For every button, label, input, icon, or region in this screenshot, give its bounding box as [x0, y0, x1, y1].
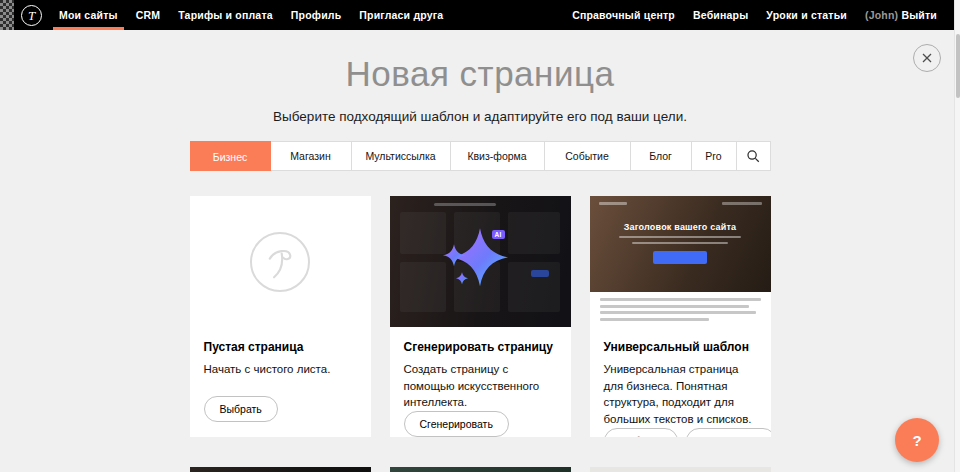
preview-universal-button[interactable]: Посмотреть [686, 428, 771, 437]
tab-blog[interactable]: Блог [631, 142, 692, 170]
nav-pricing[interactable]: Тарифы и оплата [169, 0, 282, 30]
card-actions: Выбрать Посмотреть [604, 428, 757, 437]
template-card[interactable] [590, 467, 771, 472]
tab-event[interactable]: Событие [545, 142, 631, 170]
card-title: Сгенерировать страницу [404, 340, 557, 354]
preview-hero: Заголовок вашего сайта [590, 196, 771, 292]
template-grid: Пустая страница Начать с чистого листа. … [190, 196, 771, 437]
nav-lessons[interactable]: Уроки и статьи [757, 0, 856, 30]
preview-text-line [600, 311, 756, 314]
template-card[interactable] [190, 467, 371, 472]
card-body: Сгенерировать страницу Создать страницу … [390, 327, 571, 437]
tab-multilink[interactable]: Мультиссылка [352, 142, 451, 170]
template-card-universal[interactable]: Заголовок вашего сайта Универсальный шаб… [590, 196, 771, 437]
preview-text-line [632, 242, 728, 244]
universal-template-preview: Заголовок вашего сайта [590, 196, 771, 327]
tilda-logo-letter: T [28, 9, 35, 22]
logout-label: Выйти [901, 9, 937, 21]
primary-nav: Мои сайты CRM Тарифы и оплата Профиль Пр… [50, 0, 452, 30]
preview-text-line [600, 318, 709, 321]
card-title: Пустая страница [204, 340, 357, 354]
help-icon: ? [912, 432, 921, 449]
ai-sparkle-icon [432, 214, 528, 304]
card-description: Начать с чистого листа. [204, 361, 357, 378]
preview-text-section [590, 292, 771, 327]
template-category-tabs: Бизнес Магазин Мультиссылка Квиз-форма С… [190, 141, 771, 171]
close-button[interactable] [913, 44, 941, 72]
template-card[interactable] [390, 467, 571, 472]
preview-hero-logo-line [599, 202, 627, 205]
card-body: Универсальный шаблон Универсальная стран… [590, 327, 771, 437]
preview-text-line [600, 305, 750, 308]
card-description: Универсальная страница для бизнеса. Поня… [604, 361, 757, 428]
preview-text-line [619, 236, 741, 238]
select-universal-button[interactable]: Выбрать [604, 428, 678, 437]
tab-pro[interactable]: Pro [692, 142, 737, 170]
top-navbar: T Мои сайты CRM Тарифы и оплата Профиль … [0, 0, 960, 30]
template-card-blank[interactable]: Пустая страница Начать с чистого листа. … [190, 196, 371, 437]
new-page-dialog: Новая страница Выберите подходящий шабло… [0, 30, 960, 472]
nav-profile[interactable]: Профиль [282, 0, 351, 30]
search-icon [746, 149, 761, 164]
nav-crm[interactable]: CRM [127, 0, 170, 30]
blank-page-preview [190, 196, 371, 327]
preview-text-line [600, 298, 761, 301]
nav-my-sites[interactable]: Мои сайты [50, 0, 127, 30]
ai-generate-preview: AI [390, 196, 571, 327]
select-blank-button[interactable]: Выбрать [204, 396, 278, 422]
template-preview [190, 467, 371, 472]
tab-business[interactable]: Бизнес [190, 141, 271, 171]
nav-webinars[interactable]: Вебинары [684, 0, 757, 30]
corner-pattern [0, 0, 14, 30]
ai-badge: AI [492, 230, 505, 239]
tab-search[interactable] [737, 142, 770, 170]
nav-invite-friend[interactable]: Пригласи друга [350, 0, 452, 30]
tab-quiz-form[interactable]: Квиз-форма [451, 142, 545, 170]
card-actions: Выбрать [204, 396, 357, 422]
card-description: Создать страницу с помощью искусственног… [404, 361, 557, 411]
card-title: Универсальный шаблон [604, 340, 757, 354]
template-card-ai-generate[interactable]: AI Сгенерировать страницу Создать страни… [390, 196, 571, 437]
card-body: Пустая страница Начать с чистого листа. … [190, 327, 371, 437]
template-preview [390, 467, 571, 472]
scrollbar-thumb[interactable] [956, 34, 960, 98]
tilda-logo[interactable]: T [21, 5, 42, 26]
preview-cta-button [653, 251, 707, 264]
template-grid-row2 [190, 467, 771, 472]
help-button[interactable]: ? [895, 418, 939, 462]
tab-shop[interactable]: Магазин [271, 142, 352, 170]
tilda-watermark-icon [250, 232, 310, 292]
user-name: (John) [865, 9, 898, 21]
page-title: Новая страница [0, 30, 960, 93]
nav-help-center[interactable]: Справочный центр [563, 0, 684, 30]
page-subtitle: Выберите подходящий шаблон и адаптируйте… [0, 107, 960, 126]
card-actions: Сгенерировать [404, 411, 557, 437]
template-preview [590, 467, 771, 472]
generate-button[interactable]: Сгенерировать [404, 411, 509, 437]
secondary-nav: Справочный центр Вебинары Уроки и статьи… [563, 0, 946, 30]
close-icon [921, 52, 933, 64]
scrollbar[interactable] [954, 0, 960, 472]
nav-logout[interactable]: (John) Выйти [856, 0, 946, 30]
preview-hero-menu-line [722, 202, 762, 205]
